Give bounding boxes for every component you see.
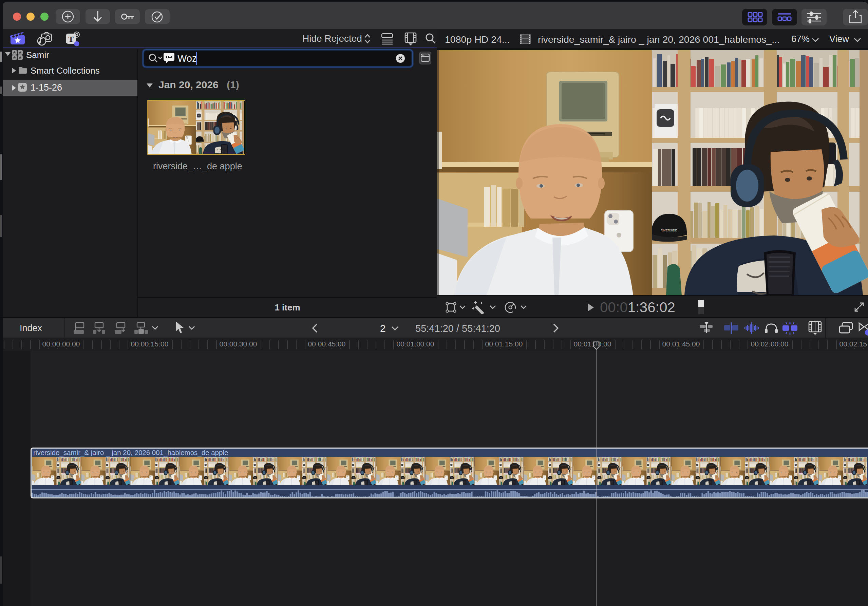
svg-text:T: T xyxy=(68,35,74,43)
